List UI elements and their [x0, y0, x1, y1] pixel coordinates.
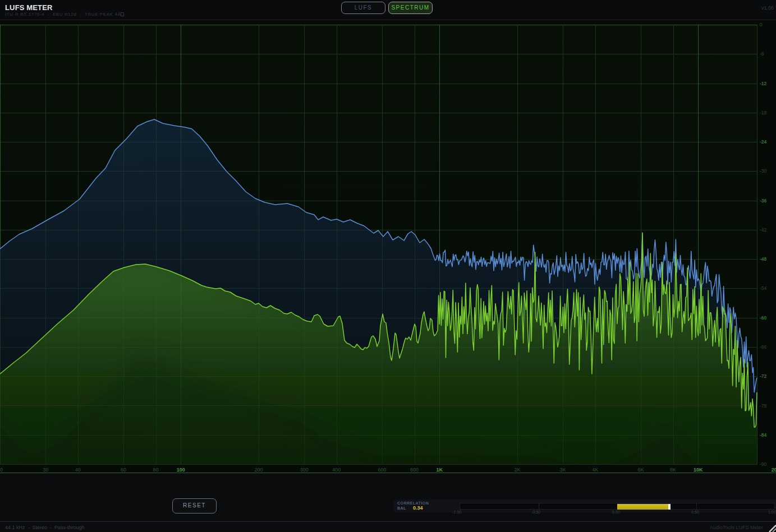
svg-text:200: 200: [254, 467, 263, 473]
svg-text:-24: -24: [760, 139, 767, 145]
svg-text:4K: 4K: [592, 467, 598, 473]
svg-text:600: 600: [378, 467, 386, 473]
svg-text:10K: 10K: [694, 467, 703, 473]
svg-text:30: 30: [43, 467, 48, 473]
svg-text:8K: 8K: [670, 467, 676, 473]
svg-text:-66: -66: [760, 344, 767, 350]
svg-text:-12: -12: [760, 81, 767, 86]
svg-text:2K: 2K: [514, 467, 520, 473]
svg-text:-42: -42: [760, 227, 767, 233]
svg-text:-48: -48: [760, 256, 767, 262]
svg-text:-36: -36: [760, 198, 767, 203]
svg-text:300: 300: [300, 467, 309, 473]
svg-text:6K: 6K: [637, 467, 644, 473]
svg-text:400: 400: [332, 467, 341, 473]
svg-text:-18: -18: [760, 110, 767, 115]
svg-text:-60: -60: [760, 315, 767, 321]
svg-text:20: 20: [0, 467, 3, 473]
svg-text:80: 80: [153, 467, 158, 473]
svg-text:0: 0: [760, 22, 763, 27]
svg-text:40: 40: [75, 467, 81, 473]
svg-text:20K: 20K: [772, 467, 776, 473]
svg-text:100: 100: [177, 467, 185, 473]
svg-text:800: 800: [410, 467, 419, 473]
svg-text:-54: -54: [760, 285, 767, 291]
svg-text:60: 60: [121, 467, 126, 473]
svg-text:-6: -6: [760, 51, 764, 57]
svg-text:-30: -30: [760, 168, 767, 174]
svg-text:-84: -84: [760, 432, 767, 438]
svg-text:3K: 3K: [560, 467, 566, 473]
svg-text:-78: -78: [760, 403, 767, 409]
svg-text:1K: 1K: [436, 467, 443, 473]
svg-text:-90: -90: [760, 461, 767, 467]
svg-text:-72: -72: [760, 373, 767, 379]
